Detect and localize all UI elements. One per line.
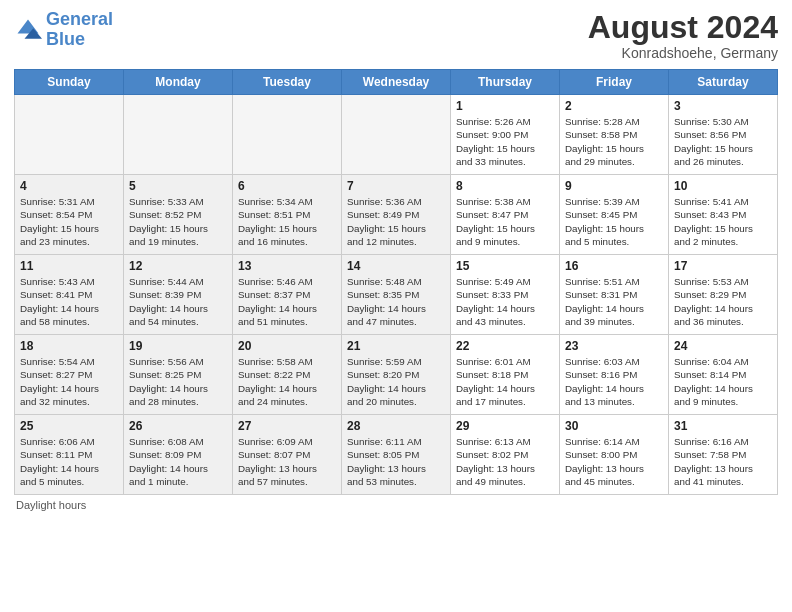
logo-icon <box>14 16 42 44</box>
calendar-cell: 17Sunrise: 5:53 AM Sunset: 8:29 PM Dayli… <box>669 255 778 335</box>
calendar-cell: 25Sunrise: 6:06 AM Sunset: 8:11 PM Dayli… <box>15 415 124 495</box>
day-number: 6 <box>238 179 336 193</box>
calendar-cell: 4Sunrise: 5:31 AM Sunset: 8:54 PM Daylig… <box>15 175 124 255</box>
calendar-week-4: 18Sunrise: 5:54 AM Sunset: 8:27 PM Dayli… <box>15 335 778 415</box>
day-header-sunday: Sunday <box>15 70 124 95</box>
cell-info: Sunrise: 5:36 AM Sunset: 8:49 PM Dayligh… <box>347 195 445 248</box>
day-number: 8 <box>456 179 554 193</box>
location: Konradshoehe, Germany <box>588 45 778 61</box>
cell-info: Sunrise: 5:31 AM Sunset: 8:54 PM Dayligh… <box>20 195 118 248</box>
header: General Blue August 2024 Konradshoehe, G… <box>14 10 778 61</box>
cell-info: Sunrise: 5:46 AM Sunset: 8:37 PM Dayligh… <box>238 275 336 328</box>
calendar-cell: 2Sunrise: 5:28 AM Sunset: 8:58 PM Daylig… <box>560 95 669 175</box>
day-number: 11 <box>20 259 118 273</box>
cell-info: Sunrise: 5:56 AM Sunset: 8:25 PM Dayligh… <box>129 355 227 408</box>
cell-info: Sunrise: 5:51 AM Sunset: 8:31 PM Dayligh… <box>565 275 663 328</box>
calendar-cell: 6Sunrise: 5:34 AM Sunset: 8:51 PM Daylig… <box>233 175 342 255</box>
cell-info: Sunrise: 5:59 AM Sunset: 8:20 PM Dayligh… <box>347 355 445 408</box>
day-number: 3 <box>674 99 772 113</box>
cell-info: Sunrise: 5:28 AM Sunset: 8:58 PM Dayligh… <box>565 115 663 168</box>
calendar-cell: 8Sunrise: 5:38 AM Sunset: 8:47 PM Daylig… <box>451 175 560 255</box>
cell-info: Sunrise: 5:33 AM Sunset: 8:52 PM Dayligh… <box>129 195 227 248</box>
day-number: 22 <box>456 339 554 353</box>
day-number: 15 <box>456 259 554 273</box>
calendar-cell: 15Sunrise: 5:49 AM Sunset: 8:33 PM Dayli… <box>451 255 560 335</box>
calendar-cell: 5Sunrise: 5:33 AM Sunset: 8:52 PM Daylig… <box>124 175 233 255</box>
calendar-cell: 19Sunrise: 5:56 AM Sunset: 8:25 PM Dayli… <box>124 335 233 415</box>
day-header-friday: Friday <box>560 70 669 95</box>
cell-info: Sunrise: 6:13 AM Sunset: 8:02 PM Dayligh… <box>456 435 554 488</box>
day-number: 20 <box>238 339 336 353</box>
cell-info: Sunrise: 5:34 AM Sunset: 8:51 PM Dayligh… <box>238 195 336 248</box>
day-number: 13 <box>238 259 336 273</box>
day-number: 17 <box>674 259 772 273</box>
cell-info: Sunrise: 5:38 AM Sunset: 8:47 PM Dayligh… <box>456 195 554 248</box>
calendar-cell <box>233 95 342 175</box>
cell-info: Sunrise: 5:53 AM Sunset: 8:29 PM Dayligh… <box>674 275 772 328</box>
calendar-cell: 22Sunrise: 6:01 AM Sunset: 8:18 PM Dayli… <box>451 335 560 415</box>
day-number: 28 <box>347 419 445 433</box>
calendar-week-5: 25Sunrise: 6:06 AM Sunset: 8:11 PM Dayli… <box>15 415 778 495</box>
cell-info: Sunrise: 5:39 AM Sunset: 8:45 PM Dayligh… <box>565 195 663 248</box>
day-number: 19 <box>129 339 227 353</box>
calendar-cell: 12Sunrise: 5:44 AM Sunset: 8:39 PM Dayli… <box>124 255 233 335</box>
calendar-cell <box>342 95 451 175</box>
calendar-cell: 30Sunrise: 6:14 AM Sunset: 8:00 PM Dayli… <box>560 415 669 495</box>
cell-info: Sunrise: 6:11 AM Sunset: 8:05 PM Dayligh… <box>347 435 445 488</box>
calendar-cell: 3Sunrise: 5:30 AM Sunset: 8:56 PM Daylig… <box>669 95 778 175</box>
calendar-cell: 24Sunrise: 6:04 AM Sunset: 8:14 PM Dayli… <box>669 335 778 415</box>
cell-info: Sunrise: 6:03 AM Sunset: 8:16 PM Dayligh… <box>565 355 663 408</box>
logo-blue: Blue <box>46 29 85 49</box>
cell-info: Sunrise: 5:44 AM Sunset: 8:39 PM Dayligh… <box>129 275 227 328</box>
calendar-cell: 31Sunrise: 6:16 AM Sunset: 7:58 PM Dayli… <box>669 415 778 495</box>
day-number: 4 <box>20 179 118 193</box>
cell-info: Sunrise: 6:09 AM Sunset: 8:07 PM Dayligh… <box>238 435 336 488</box>
day-number: 1 <box>456 99 554 113</box>
page-container: General Blue August 2024 Konradshoehe, G… <box>0 0 792 517</box>
day-number: 31 <box>674 419 772 433</box>
day-number: 18 <box>20 339 118 353</box>
cell-info: Sunrise: 5:26 AM Sunset: 9:00 PM Dayligh… <box>456 115 554 168</box>
cell-info: Sunrise: 6:14 AM Sunset: 8:00 PM Dayligh… <box>565 435 663 488</box>
day-header-tuesday: Tuesday <box>233 70 342 95</box>
day-number: 24 <box>674 339 772 353</box>
calendar-cell <box>124 95 233 175</box>
logo-text: General Blue <box>46 10 113 50</box>
day-number: 16 <box>565 259 663 273</box>
month-year: August 2024 <box>588 10 778 45</box>
cell-info: Sunrise: 5:30 AM Sunset: 8:56 PM Dayligh… <box>674 115 772 168</box>
header-row: SundayMondayTuesdayWednesdayThursdayFrid… <box>15 70 778 95</box>
day-number: 2 <box>565 99 663 113</box>
cell-info: Sunrise: 6:16 AM Sunset: 7:58 PM Dayligh… <box>674 435 772 488</box>
calendar-cell: 13Sunrise: 5:46 AM Sunset: 8:37 PM Dayli… <box>233 255 342 335</box>
calendar-cell: 14Sunrise: 5:48 AM Sunset: 8:35 PM Dayli… <box>342 255 451 335</box>
calendar-cell: 26Sunrise: 6:08 AM Sunset: 8:09 PM Dayli… <box>124 415 233 495</box>
day-header-monday: Monday <box>124 70 233 95</box>
cell-info: Sunrise: 6:01 AM Sunset: 8:18 PM Dayligh… <box>456 355 554 408</box>
cell-info: Sunrise: 5:49 AM Sunset: 8:33 PM Dayligh… <box>456 275 554 328</box>
day-number: 29 <box>456 419 554 433</box>
footer-note: Daylight hours <box>14 499 778 511</box>
day-number: 21 <box>347 339 445 353</box>
calendar-cell <box>15 95 124 175</box>
calendar-cell: 21Sunrise: 5:59 AM Sunset: 8:20 PM Dayli… <box>342 335 451 415</box>
title-block: August 2024 Konradshoehe, Germany <box>588 10 778 61</box>
calendar-cell: 18Sunrise: 5:54 AM Sunset: 8:27 PM Dayli… <box>15 335 124 415</box>
day-number: 26 <box>129 419 227 433</box>
day-header-wednesday: Wednesday <box>342 70 451 95</box>
calendar-cell: 20Sunrise: 5:58 AM Sunset: 8:22 PM Dayli… <box>233 335 342 415</box>
calendar-cell: 23Sunrise: 6:03 AM Sunset: 8:16 PM Dayli… <box>560 335 669 415</box>
day-number: 7 <box>347 179 445 193</box>
day-header-saturday: Saturday <box>669 70 778 95</box>
cell-info: Sunrise: 6:06 AM Sunset: 8:11 PM Dayligh… <box>20 435 118 488</box>
calendar-cell: 1Sunrise: 5:26 AM Sunset: 9:00 PM Daylig… <box>451 95 560 175</box>
cell-info: Sunrise: 5:41 AM Sunset: 8:43 PM Dayligh… <box>674 195 772 248</box>
day-number: 10 <box>674 179 772 193</box>
cell-info: Sunrise: 5:48 AM Sunset: 8:35 PM Dayligh… <box>347 275 445 328</box>
calendar-cell: 28Sunrise: 6:11 AM Sunset: 8:05 PM Dayli… <box>342 415 451 495</box>
cell-info: Sunrise: 5:58 AM Sunset: 8:22 PM Dayligh… <box>238 355 336 408</box>
day-number: 14 <box>347 259 445 273</box>
cell-info: Sunrise: 6:08 AM Sunset: 8:09 PM Dayligh… <box>129 435 227 488</box>
calendar-cell: 10Sunrise: 5:41 AM Sunset: 8:43 PM Dayli… <box>669 175 778 255</box>
calendar-cell: 29Sunrise: 6:13 AM Sunset: 8:02 PM Dayli… <box>451 415 560 495</box>
